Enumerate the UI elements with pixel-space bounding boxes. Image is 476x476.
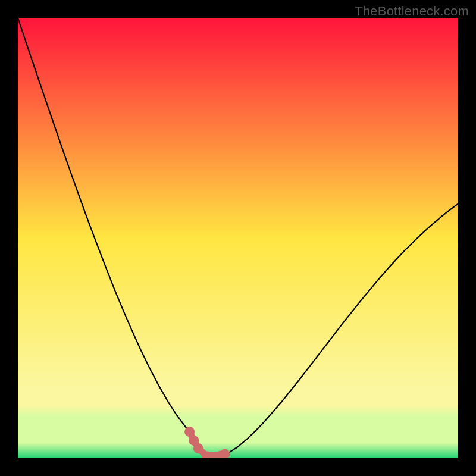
chart-frame: TheBottleneck.com <box>0 0 476 476</box>
chart-background <box>18 18 458 458</box>
watermark-text: TheBottleneck.com <box>355 4 469 19</box>
marker-point <box>193 443 203 453</box>
chart-svg <box>18 18 458 458</box>
bottleneck-chart <box>18 18 458 458</box>
marker-point <box>184 427 195 437</box>
